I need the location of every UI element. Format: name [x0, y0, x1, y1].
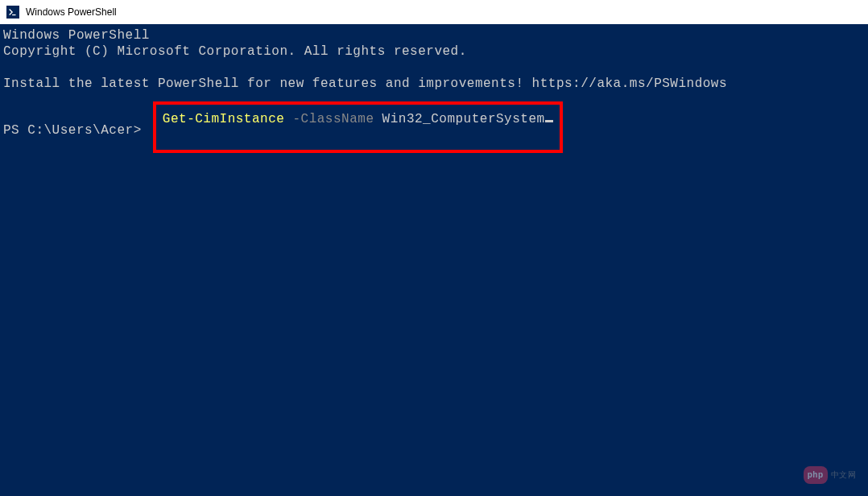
watermark-text: 中文网 [831, 467, 857, 483]
terminal-output-line: Copyright (C) Microsoft Corporation. All… [3, 43, 868, 60]
command-highlight-box: Get-CimInstance -ClassName Win32_Compute… [153, 101, 563, 153]
command-parameter: -ClassName [284, 111, 382, 127]
blank-line [3, 60, 868, 76]
prompt-text: PS C:\Users\Acer> [3, 122, 150, 138]
command-argument: Win32_ComputerSystem [382, 111, 545, 127]
terminal-cursor [545, 120, 553, 122]
prompt-line: PS C:\Users\Acer> Get-CimInstance -Class… [3, 108, 868, 153]
powershell-icon [6, 6, 19, 19]
terminal-area[interactable]: Windows PowerShell Copyright (C) Microso… [0, 24, 868, 496]
window-title-bar: Windows PowerShell [0, 0, 868, 24]
terminal-output-line: Windows PowerShell [3, 27, 868, 43]
command-cmdlet: Get-CimInstance [163, 111, 285, 127]
terminal-output-line: Install the latest PowerShell for new fe… [3, 76, 868, 92]
watermark: php 中文网 [804, 466, 856, 484]
watermark-badge: php [804, 466, 828, 484]
window-title: Windows PowerShell [26, 6, 117, 18]
